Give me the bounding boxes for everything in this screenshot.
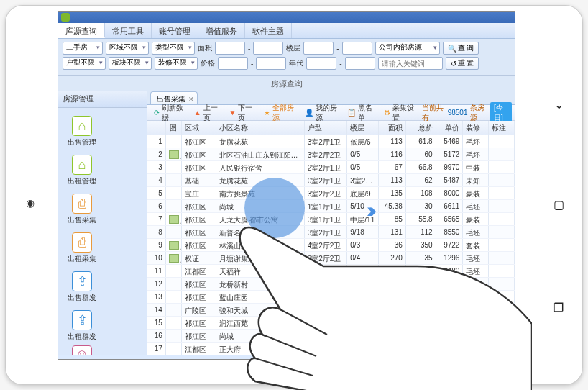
star-icon: ★ bbox=[264, 109, 270, 117]
today-badge[interactable]: [今日] bbox=[490, 102, 512, 124]
area-min-input[interactable] bbox=[215, 42, 245, 55]
reset-button[interactable]: ↺重 置 bbox=[446, 57, 479, 70]
table-row[interactable]: 2祁江区北区石油山庄东到江阳佳园3室2厅2卫0/5116605172毛坯 bbox=[147, 148, 515, 161]
table-row[interactable]: 15祁江区润江西苑豪装 bbox=[147, 317, 515, 330]
table-row[interactable]: 16祁江区尚城毛坯 bbox=[147, 330, 515, 343]
search-button[interactable]: 🔍查 询 bbox=[443, 42, 479, 55]
filter-category[interactable]: 二手房 bbox=[63, 42, 103, 55]
sidebar-item-label: 出售管理 bbox=[68, 137, 96, 148]
reset-icon: ↺ bbox=[451, 60, 456, 68]
table-row[interactable]: 8祁江区新普名兴花园3室2厅1卫9/181311128550毛坯 bbox=[147, 226, 515, 239]
sidebar-item-label: 出租群发 bbox=[68, 332, 96, 342]
sidebar-item-icon: ⌂ bbox=[72, 155, 92, 175]
floor-min-input[interactable] bbox=[303, 42, 334, 55]
thumbnail-icon bbox=[169, 215, 179, 224]
label-area: 面积 bbox=[198, 43, 212, 53]
table-row[interactable]: 6祁江区尚城1室1厅1卫5/1045.38306611毛坯 bbox=[147, 200, 515, 213]
menu-tab-tools[interactable]: 常用工具 bbox=[105, 23, 152, 38]
sidebar-item[interactable]: ⌂出租管理 bbox=[61, 151, 103, 190]
price-max-input[interactable] bbox=[256, 57, 286, 70]
menu-tab-theme[interactable]: 软件主题 bbox=[245, 23, 292, 38]
sidebar: 房源管理 ⌂出售管理⌂出租管理⎙出售采集⎙出租采集⇪出售群发⇪出租群发☺我的出售… bbox=[58, 91, 147, 355]
floor-max-input[interactable] bbox=[342, 42, 372, 55]
thumbnail-icon bbox=[169, 150, 179, 159]
title-bar bbox=[58, 12, 515, 23]
filter-layout[interactable]: 户型不限 bbox=[63, 57, 106, 70]
sidebar-item-icon: ⌂ bbox=[72, 116, 92, 136]
sidebar-item[interactable]: ⎙出售采集 bbox=[61, 190, 103, 229]
sidebar-item-label: 出租采集 bbox=[68, 254, 96, 264]
table-row[interactable]: 13祁江区蓝山庄园3室2厅1卫高层/693.4707495毛坯 bbox=[147, 291, 515, 304]
data-grid: 图 区域 小区名称 户型 楼层 面积 总价 单价 装修 标注 1祁江区龙腾花苑3… bbox=[147, 121, 515, 355]
filter-region[interactable]: 区域不限 bbox=[106, 42, 149, 55]
menu-tab-query[interactable]: 库源查询 bbox=[58, 23, 105, 38]
collapse-icon[interactable]: ⌄ bbox=[551, 96, 566, 112]
sidebar-item-icon: ⇪ bbox=[72, 310, 92, 330]
label-year: 年代 bbox=[289, 58, 303, 68]
refresh-icon: ⟳ bbox=[154, 109, 160, 117]
filter-block[interactable]: 板块不限 bbox=[109, 57, 152, 70]
home-button-icon[interactable] bbox=[24, 197, 36, 209]
keyword-input[interactable] bbox=[378, 57, 443, 70]
section-label: 房源查询 bbox=[58, 76, 515, 91]
sidebar-item-icon: ☺ bbox=[72, 345, 92, 355]
main-panel: 出售采集 ✕ ⟳刷新数据 ▲上一页 ▼下一页 ★全部房源 👤我的房源 📋黑名单 … bbox=[147, 91, 515, 355]
filter-bar: 二手房 区域不限 类型不限 面积 - 楼层 - 公司内部房源 🔍查 询 户型不限… bbox=[58, 39, 515, 76]
area-max-input[interactable] bbox=[253, 42, 283, 55]
sidebar-item-label: 出售采集 bbox=[68, 215, 96, 225]
label-floor: 楼层 bbox=[286, 43, 300, 53]
table-row[interactable]: 9祁江区林溪山庄4室2厅2卫0/3363509722套装 bbox=[147, 239, 515, 252]
table-row[interactable]: 7祁江区天龙大厦 都市公寓3室1厅1卫中层/118555.86565豪装 bbox=[147, 213, 515, 226]
sidebar-item[interactable]: ⇪出售群发 bbox=[61, 268, 103, 307]
sidebar-item[interactable]: ⌂出售管理 bbox=[61, 112, 103, 151]
table-row[interactable]: 17江都区正大府毛坯 bbox=[147, 343, 515, 355]
toolbar: ⟳刷新数据 ▲上一页 ▼下一页 ★全部房源 👤我的房源 📋黑名单 ⚙采集设置 当… bbox=[147, 105, 515, 121]
search-icon: 🔍 bbox=[448, 45, 456, 53]
sidebar-item-icon: ⎙ bbox=[72, 232, 92, 253]
person-icon: 👤 bbox=[305, 109, 313, 117]
menu-tab-account[interactable]: 账号管理 bbox=[152, 23, 198, 38]
sidebar-item[interactable]: ⎙出租采集 bbox=[61, 229, 103, 268]
table-row[interactable]: 3祁江区人民银行宿舍2室2厅1卫0/56766.89970中装 bbox=[147, 161, 515, 174]
arrow-down-icon: ▼ bbox=[229, 109, 236, 117]
table-row[interactable]: 12祁江区龙桥新村2室1厅1卫中层/670436143中装 bbox=[147, 278, 515, 291]
thumbnail-icon bbox=[169, 241, 179, 250]
price-min-input[interactable] bbox=[218, 57, 248, 70]
sidebar-title: 房源管理 bbox=[58, 91, 147, 108]
list-icon: 📋 bbox=[347, 109, 356, 117]
filter-source[interactable]: 公司内部房源 bbox=[375, 42, 440, 55]
label-price: 价格 bbox=[201, 58, 215, 68]
sidebar-item[interactable]: ⇪出租群发 bbox=[61, 307, 103, 345]
sidebar-item-icon: ⎙ bbox=[72, 194, 92, 214]
table-row[interactable]: 10权证月塘谢集康新镇小区3室2厅2卫0/4270351296毛坯 bbox=[147, 252, 515, 265]
sidebar-item-label: 出售群发 bbox=[68, 293, 96, 303]
table-row[interactable]: 1祁江区龙腾花苑3室2厅1卫低层/611361.85469毛坯 bbox=[147, 135, 515, 148]
menu-bar: 库源查询 常用工具 账号管理 增值服务 软件主题 bbox=[58, 23, 515, 39]
status-text: 当前共有 98501 条房源 [今日] bbox=[422, 102, 512, 124]
thumbnail-icon bbox=[169, 254, 179, 263]
multitask-icon[interactable]: ❐ bbox=[551, 299, 566, 315]
filter-type[interactable]: 类型不限 bbox=[152, 42, 195, 55]
table-row[interactable]: 11江都区天福祥3室2厅1卫中层/16127957480毛坯 bbox=[147, 265, 515, 278]
window-icon[interactable]: ▢ bbox=[551, 196, 566, 212]
grid-header: 图 区域 小区名称 户型 楼层 面积 总价 单价 装修 标注 bbox=[147, 121, 515, 135]
table-row[interactable]: 14广陵区骏和天城2室2厅1卫低层/69788.189091毛坯 bbox=[147, 304, 515, 317]
sidebar-item-icon: ⇪ bbox=[72, 271, 92, 291]
gear-icon: ⚙ bbox=[384, 109, 390, 117]
app-logo-icon bbox=[61, 13, 70, 22]
arrow-up-icon: ▲ bbox=[194, 109, 201, 117]
sidebar-item-label: 出租管理 bbox=[68, 176, 96, 186]
app-window: 库源查询 常用工具 账号管理 增值服务 软件主题 二手房 区域不限 类型不限 面… bbox=[58, 11, 515, 360]
sidebar-item[interactable]: ☺我的出售采集 bbox=[61, 345, 103, 355]
year-min-input[interactable] bbox=[306, 57, 336, 70]
menu-tab-service[interactable]: 增值服务 bbox=[198, 23, 245, 38]
table-row[interactable]: 4基础龙腾花苑0室2厅1卫3室2厅2卫113625487未知 bbox=[147, 174, 515, 187]
filter-decoration[interactable]: 装修不限 bbox=[155, 57, 198, 70]
year-max-input[interactable] bbox=[345, 57, 375, 70]
table-row[interactable]: 5宝庄南方挑景苑3室2厅2卫底层/91351088000豪装 bbox=[147, 187, 515, 200]
